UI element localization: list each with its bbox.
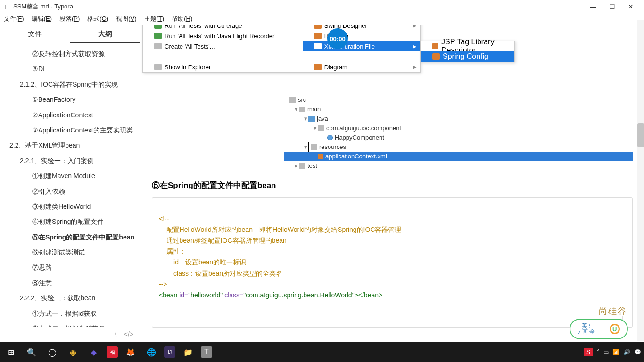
scrollbar[interactable] [637,20,644,341]
tray-notif-icon[interactable]: 💬 [634,349,641,355]
pill-u-icon: U [610,324,620,334]
menu-item[interactable]: 主题(T) [144,15,165,23]
cortana-icon[interactable]: ◯ [44,344,60,360]
editor-content[interactable]: Run 'All Tests' with Co erageSwing Desig… [140,25,644,341]
firefox-icon[interactable]: 🦊 [123,344,139,360]
menu-bar: 文件(F)编辑(E)段落(P)格式(O)视图(V)主题(T)帮助(H) [0,13,644,25]
menu-item[interactable] [143,51,303,62]
submenu-item[interactable]: JSP Tag Library Descriptor [421,41,514,51]
outline-item[interactable]: 2.2.1、实验一：入门案例 [0,153,140,168]
intellij-icon[interactable]: IJ [164,346,175,358]
tree-row[interactable]: ▾resources [284,142,633,152]
tree-row[interactable]: applicationContext.xml [284,152,633,161]
tray-volume-icon[interactable]: 🔊 [623,349,630,355]
menu-item[interactable]: Swing Designer▶ [303,25,420,31]
outline-item[interactable]: ③DI [0,61,140,76]
menu-item[interactable]: Run 'All Tests' with Co erage [143,25,303,31]
menu-item[interactable]: XML C uration File▶ [303,41,420,51]
menu-item[interactable]: 段落(P) [59,15,80,23]
code-line: 属性： [159,247,186,255]
code-block-xml[interactable]: <!-- 配置HelloWorld所对应的bean，即将HelloWorld的对… [152,197,633,328]
menu-item[interactable]: Res ndle [303,31,420,41]
code-line: <!-- [159,215,169,222]
timer-badge: 00:00 [327,28,348,49]
context-menu: Run 'All Tests' with Co erageSwing Desig… [142,25,421,73]
outline-item[interactable]: ⑦思路 [0,260,140,275]
watermark: 尚硅谷 [599,305,627,317]
taskbar: ⊞ 🔍 ◯ ◉ ◆ 福 🦊 🌐 IJ 📁 T S ˄ ▭ 📶 🔊 💬 [0,342,644,362]
taskbar-app-3[interactable]: 福 [107,346,118,358]
project-tree: src▾main▾java▾com.atguigu.ioc.componentH… [284,95,633,171]
heading-5: ⑤在Spring的配置文件中配置bean [152,180,633,191]
menu-item[interactable]: 文件(F) [4,15,24,23]
context-submenu: JSP Tag Library DescriptorSpring Config [421,41,515,62]
outline-item[interactable]: ③ApplicationContext的主要实现类 [0,123,140,138]
code-line: 通过bean标签配置IOC容器所管理的bean [159,237,287,244]
code-line: --> [159,280,167,288]
outline-item[interactable]: ②引入依赖 [0,184,140,199]
tree-row[interactable]: ▾java [284,114,633,123]
heading-6: ⑥创建测试类测试 [152,341,633,341]
menu-item[interactable]: 视图(V) [116,15,136,23]
explorer-icon[interactable]: 📁 [180,344,196,360]
maximize-button[interactable]: ☐ [603,3,621,10]
window-title: SSM整合.md - Typora [13,2,73,11]
tab-files[interactable]: 文件 [0,25,70,43]
start-button[interactable]: ⊞ [3,344,19,360]
outline-item[interactable]: ⑧注意 [0,275,140,290]
taskbar-app-1[interactable]: ◉ [65,344,81,360]
tree-row[interactable]: ▾com.atguigu.ioc.component [284,123,633,133]
code-line: 配置HelloWorld所对应的bean，即将HelloWorld的对象交给Sp… [159,226,401,233]
pill-ime: 英 ⁝♪ 画 全 [578,323,595,335]
outline-item[interactable]: ⑤在Spring的配置文件中配置bean [0,230,140,245]
menu-item[interactable] [303,51,420,62]
chevron-left-icon[interactable]: 〈 [111,330,117,338]
code-icon[interactable]: </> [124,330,133,338]
menu-item[interactable]: Create 'All Tests'... [143,41,303,51]
tree-row[interactable]: ▾main [284,105,633,114]
menu-item[interactable]: 编辑(E) [32,15,52,23]
code-line: class：设置bean所对应类型的全类名 [159,270,282,277]
outline-item[interactable]: ①BeanFactory [0,92,140,107]
tab-outline[interactable]: 大纲 [70,25,140,43]
outline-item[interactable]: 2.2.2、实验二：获取bean [0,290,140,305]
outline-item[interactable]: ①创建Maven Module [0,168,140,183]
menu-item[interactable]: Run 'All Tests' with 'Java Flight Record… [143,31,303,41]
tray-battery-icon[interactable]: ▭ [603,349,609,355]
tray-wifi-icon[interactable]: 📶 [612,349,619,355]
floating-pill[interactable]: 英 ⁝♪ 画 全 U [570,319,628,339]
menu-item[interactable]: Show in Explorer [143,62,303,72]
sidebar: 文件 大纲 ②反转控制方式获取资源③DI2.1.2、IOC容器在Spring中的… [0,25,140,341]
tray-up-icon[interactable]: ˄ [597,349,600,355]
minimize-button[interactable]: — [584,3,603,10]
menu-item[interactable]: 帮助(H) [172,15,192,23]
system-tray[interactable]: S ˄ ▭ 📶 🔊 💬 [584,348,641,356]
close-button[interactable]: ✕ [621,3,640,10]
tree-row[interactable]: HappyComponent [284,133,633,142]
typora-icon[interactable]: T [201,346,212,358]
title-bar: T SSM整合.md - Typora — ☐ ✕ [0,0,644,13]
tray-ime-icon[interactable]: S [584,348,593,356]
menu-item[interactable]: Diagram▶ [303,62,420,72]
outline-item[interactable]: ④创建Spring的配置文件 [0,214,140,229]
chrome-icon[interactable]: 🌐 [143,344,159,360]
tree-row[interactable]: src [284,95,633,105]
outline-list[interactable]: ②反转控制方式获取资源③DI2.1.2、IOC容器在Spring中的实现①Bea… [0,43,140,327]
taskbar-app-2[interactable]: ◆ [86,344,102,360]
search-icon[interactable]: 🔍 [24,344,40,360]
sidebar-footer: 〈 </> [0,327,140,341]
code-line: <bean id="helloworld" class="com.atguigu… [159,291,382,299]
scrollbar-thumb[interactable] [637,123,644,147]
outline-item[interactable]: ②ApplicationContext [0,107,140,123]
outline-item[interactable]: ②方式二：根据类型获取 [0,321,140,327]
submenu-item[interactable]: Spring Config [421,51,514,62]
outline-item[interactable]: ③创建类HelloWorld [0,199,140,214]
menu-item[interactable]: 格式(O) [87,15,108,23]
tree-row[interactable]: ▸test [284,161,633,171]
outline-item[interactable]: 2.2、基于XML管理bean [0,138,140,153]
outline-item[interactable]: ①方式一：根据id获取 [0,306,140,321]
outline-item[interactable]: ②反转控制方式获取资源 [0,46,140,61]
outline-item[interactable]: 2.1.2、IOC容器在Spring中的实现 [0,77,140,92]
outline-item[interactable]: ⑥创建测试类测试 [0,245,140,260]
sidebar-tabs: 文件 大纲 [0,25,140,43]
